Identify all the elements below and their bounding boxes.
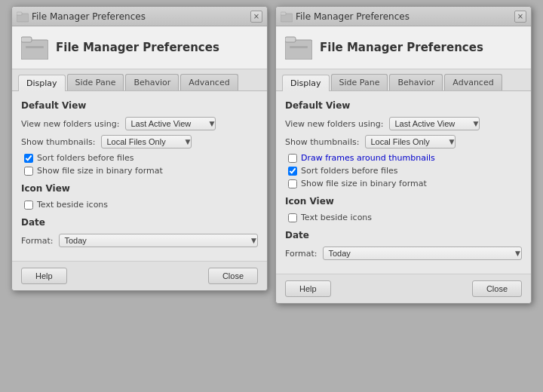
- dialog-header-title-1: File Manager Preferences: [56, 41, 219, 54]
- footer-1: Help Close: [12, 261, 267, 290]
- tab-advanced-2[interactable]: Advanced: [444, 74, 502, 90]
- view-label-2: View new folders using:: [285, 119, 383, 129]
- thumbnails-select-1[interactable]: Local Files Only All Files Never: [101, 135, 192, 149]
- folder-svg-2: [285, 35, 312, 60]
- svg-rect-7: [285, 40, 312, 60]
- date-select-wrapper-1: Today Yesterday ISO Format ▼: [59, 234, 258, 247]
- sort-checkbox-1[interactable]: [24, 154, 33, 163]
- folder-icon-small-1: [17, 11, 29, 23]
- dialog-1: File Manager Preferences × File Manager …: [11, 6, 268, 291]
- filesize-checkbox-row-1: Show file size in binary format: [21, 166, 258, 176]
- thumbnails-label-1: Show thumbnails:: [21, 137, 95, 147]
- content-1: Default View View new folders using: Las…: [12, 91, 267, 261]
- drawframes-checkbox-row-2: Draw frames around thumbnails: [285, 153, 522, 163]
- filesize-checkbox-2[interactable]: [288, 179, 297, 188]
- dialog-2: File Manager Preferences × File Manager …: [275, 6, 532, 304]
- dialog-header-1: File Manager Preferences: [12, 26, 267, 69]
- help-button-1[interactable]: Help: [21, 268, 67, 284]
- titlebar-title-2: File Manager Preferences: [296, 11, 410, 22]
- titlebar-2: File Manager Preferences ×: [276, 7, 531, 26]
- thumbnails-select-wrapper-2: Local Files Only All Files Never ▼: [365, 135, 456, 149]
- close-button-2[interactable]: ×: [514, 11, 526, 23]
- textbeside-checkbox-label-1: Text beside icons: [37, 200, 108, 210]
- view-row-2: View new folders using: Last Active View…: [285, 117, 522, 130]
- section-default-view-title-2: Default View: [285, 100, 522, 111]
- section-icon-view-title-1: Icon View: [21, 183, 258, 194]
- close-footer-button-1[interactable]: Close: [208, 268, 258, 284]
- section-icon-view-title-2: Icon View: [285, 196, 522, 207]
- sort-checkbox-row-2: Sort folders before files: [285, 166, 522, 176]
- tab-display-1[interactable]: Display: [18, 75, 66, 91]
- section-date-title-2: Date: [285, 230, 522, 240]
- folder-icon-large-2: [285, 34, 312, 61]
- close-footer-button-2[interactable]: Close: [472, 280, 522, 297]
- tab-behavior-1[interactable]: Behavior: [125, 74, 179, 90]
- sort-checkbox-2[interactable]: [288, 167, 297, 176]
- tab-sidepane-1[interactable]: Side Pane: [67, 74, 124, 90]
- thumbnails-row-1: Show thumbnails: Local Files Only All Fi…: [21, 135, 258, 149]
- close-button-1[interactable]: ×: [250, 11, 262, 23]
- folder-icon-large-1: [21, 34, 48, 61]
- date-format-label-1: Format:: [21, 236, 53, 246]
- svg-rect-8: [285, 37, 296, 42]
- footer-2: Help Close: [276, 274, 531, 303]
- textbeside-checkbox-row-1: Text beside icons: [21, 200, 258, 210]
- textbeside-checkbox-row-2: Text beside icons: [285, 213, 522, 222]
- titlebar-left-2: File Manager Preferences: [281, 11, 410, 23]
- titlebar-title-1: File Manager Preferences: [32, 11, 146, 22]
- sort-checkbox-row-1: Sort folders before files: [21, 153, 258, 163]
- view-label-1: View new folders using:: [21, 119, 119, 129]
- svg-rect-4: [26, 46, 44, 48]
- view-select-2[interactable]: Last Active View Icon View List View Com…: [389, 117, 480, 130]
- date-select-2[interactable]: Today Yesterday ISO Format: [323, 247, 522, 260]
- thumbnails-select-2[interactable]: Local Files Only All Files Never: [365, 135, 456, 149]
- view-select-wrapper-2: Last Active View Icon View List View Com…: [389, 117, 480, 130]
- date-format-row-1: Format: Today Yesterday ISO Format ▼: [21, 234, 258, 247]
- filesize-checkbox-row-2: Show file size in binary format: [285, 179, 522, 188]
- tab-behavior-2[interactable]: Behavior: [389, 74, 443, 90]
- content-2: Default View View new folders using: Las…: [276, 91, 531, 274]
- date-format-label-2: Format:: [285, 249, 317, 259]
- filesize-checkbox-label-2: Show file size in binary format: [301, 179, 427, 188]
- textbeside-checkbox-label-2: Text beside icons: [301, 213, 372, 222]
- titlebar-1: File Manager Preferences ×: [12, 7, 267, 26]
- filesize-checkbox-1[interactable]: [24, 167, 33, 176]
- dialog-header-2: File Manager Preferences: [276, 26, 531, 69]
- filesize-checkbox-label-1: Show file size in binary format: [37, 166, 163, 176]
- tab-display-2[interactable]: Display: [282, 75, 330, 91]
- textbeside-checkbox-2[interactable]: [288, 213, 297, 222]
- view-select-1[interactable]: Last Active View Icon View List View Com…: [125, 117, 216, 130]
- sort-checkbox-label-1: Sort folders before files: [37, 153, 134, 163]
- svg-rect-2: [21, 40, 48, 60]
- date-format-row-2: Format: Today Yesterday ISO Format ▼: [285, 247, 522, 260]
- tab-advanced-1[interactable]: Advanced: [180, 74, 238, 90]
- section-date-title-1: Date: [21, 217, 258, 228]
- sort-checkbox-label-2: Sort folders before files: [301, 166, 398, 176]
- titlebar-left-1: File Manager Preferences: [17, 11, 146, 23]
- svg-rect-3: [21, 37, 32, 42]
- date-select-wrapper-2: Today Yesterday ISO Format ▼: [323, 247, 522, 260]
- view-row-1: View new folders using: Last Active View…: [21, 117, 258, 130]
- help-button-2[interactable]: Help: [285, 280, 331, 297]
- svg-rect-1: [17, 12, 22, 15]
- date-select-1[interactable]: Today Yesterday ISO Format: [59, 234, 258, 247]
- folder-icon-small-2: [281, 11, 293, 23]
- thumbnails-label-2: Show thumbnails:: [285, 137, 359, 147]
- svg-rect-9: [290, 46, 308, 48]
- dialog-header-title-2: File Manager Preferences: [320, 41, 483, 54]
- textbeside-checkbox-1[interactable]: [24, 201, 33, 210]
- drawframes-checkbox-label-2: Draw frames around thumbnails: [301, 153, 435, 163]
- tab-sidepane-2[interactable]: Side Pane: [331, 74, 388, 90]
- tabs-2: Display Side Pane Behavior Advanced: [276, 69, 531, 91]
- section-default-view-title-1: Default View: [21, 100, 258, 111]
- view-select-wrapper-1: Last Active View Icon View List View Com…: [125, 117, 216, 130]
- drawframes-checkbox-2[interactable]: [288, 154, 297, 163]
- folder-svg-1: [21, 35, 48, 60]
- thumbnails-select-wrapper-1: Local Files Only All Files Never ▼: [101, 135, 192, 149]
- thumbnails-row-2: Show thumbnails: Local Files Only All Fi…: [285, 135, 522, 149]
- tabs-1: Display Side Pane Behavior Advanced: [12, 69, 267, 91]
- svg-rect-6: [281, 12, 286, 15]
